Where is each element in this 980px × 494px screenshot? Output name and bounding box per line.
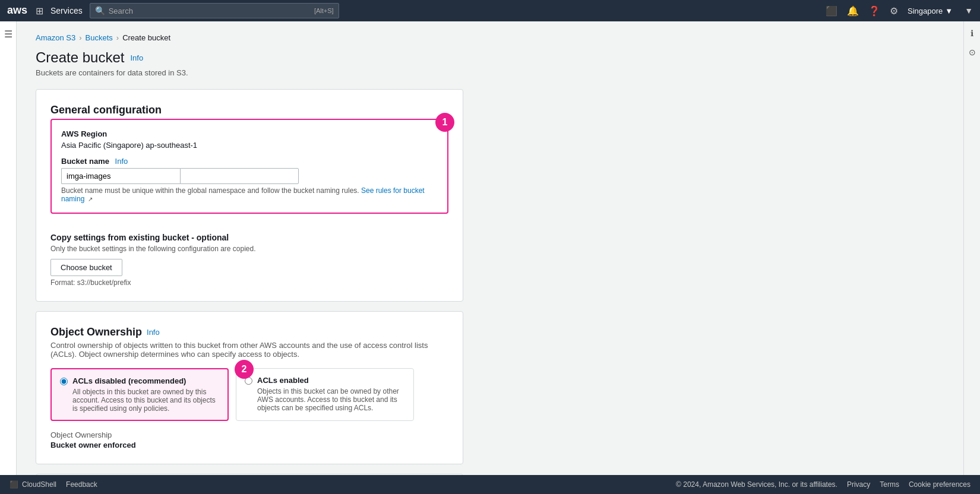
aws-logo[interactable]: aws [7,4,29,17]
acls-disabled-option[interactable]: ACLs disabled (recommended) All objects … [50,368,229,421]
region-selector[interactable]: Singapore ▼ [908,7,953,15]
terminal-icon[interactable]: ⬛ [826,5,837,17]
copy-settings-section: Copy settings from existing bucket - opt… [50,233,448,287]
aws-region-value: Asia Pacific (Singapore) ap-southeast-1 [61,141,438,150]
copy-settings-title: Copy settings from existing bucket - opt… [50,233,448,242]
ownership-result-value: Bucket owner enforced [50,441,448,449]
bell-icon[interactable]: 🔔 [847,5,859,17]
block-public-access-card: Block Public Access settings for this bu… [36,474,463,475]
footer: ⬛ CloudShell Feedback © 2024, Amazon Web… [0,475,980,494]
feedback-link[interactable]: Feedback [66,480,97,489]
object-ownership-title: Object Ownership Info [50,326,448,338]
breadcrumb-sep-1: › [79,33,81,42]
search-input[interactable] [109,7,312,15]
ownership-description: Control ownership of objects written to … [50,341,448,359]
region-label: Singapore [908,7,943,15]
bucket-name-input-row [61,168,438,184]
aws-region-label: AWS Region [61,129,438,138]
step-2-badge: 2 [235,360,254,379]
format-hint: Format: s3://bucket/prefix [50,278,448,287]
settings-panel-icon[interactable]: ⊙ [969,48,976,57]
page-title: Create bucket [36,49,124,66]
breadcrumb-sep-2: › [116,33,119,42]
breadcrumb-s3[interactable]: Amazon S3 [36,33,75,42]
page-subtitle: Buckets are containers for data stored i… [36,68,944,77]
info-panel-icon[interactable]: ℹ [970,28,973,38]
step-1-badge: 1 [435,113,454,132]
acls-disabled-radio[interactable] [60,378,68,385]
nav-right: ⬛ 🔔 ❓ ⚙ Singapore ▼ ▼ [826,5,973,17]
bucket-name-label: Bucket name Info [61,157,438,166]
acls-enabled-desc: Objects in this bucket can be owned by o… [257,387,405,412]
ownership-result: Object Ownership Bucket owner enforced [50,430,448,449]
expand-icon[interactable]: ▼ [965,6,973,15]
top-navigation: aws ⊞ Services 🔍 [Alt+S] ⬛ 🔔 ❓ ⚙ Singapo… [0,0,980,21]
choose-bucket-button[interactable]: Choose bucket [50,259,122,276]
bucket-name-suffix-input[interactable] [180,168,299,184]
main-content: Amazon S3 › Buckets › Create bucket Crea… [17,21,963,475]
right-panel: ℹ ⊙ [963,21,980,475]
page-info-link[interactable]: Info [130,53,143,62]
page-title-row: Create bucket Info [36,49,944,66]
object-ownership-card: Object Ownership Info Control ownership … [36,311,463,464]
acls-enabled-title: ACLs enabled [257,376,405,385]
ownership-result-label: Object Ownership [50,430,448,439]
general-config-section-box: AWS Region Asia Pacific (Singapore) ap-s… [50,119,448,214]
terminal-icon: ⬛ [10,480,18,489]
external-link-icon: ↗ [88,196,93,202]
grid-icon[interactable]: ⊞ [36,5,43,17]
sidebar-toggle: ☰ [0,21,17,475]
search-bar: 🔍 [Alt+S] [90,3,339,18]
help-icon[interactable]: ❓ [868,5,880,17]
search-shortcut: [Alt+S] [314,7,334,14]
footer-right: © 2024, Amazon Web Services, Inc. or its… [676,480,970,489]
breadcrumb-buckets[interactable]: Buckets [86,33,113,42]
hamburger-icon[interactable]: ☰ [4,28,12,40]
search-icon: 🔍 [95,6,105,15]
general-config-wrapper: 1 AWS Region Asia Pacific (Singapore) ap… [50,119,448,223]
copy-settings-subtitle: Only the bucket settings in the followin… [50,245,448,253]
bucket-name-help-text: Bucket name must be unique within the gl… [61,186,438,203]
services-link[interactable]: Services [50,6,83,15]
acls-disabled-desc: All objects in this bucket are owned by … [72,388,219,413]
cloudshell-button[interactable]: ⬛ CloudShell [10,480,56,489]
terms-link[interactable]: Terms [880,480,899,489]
footer-left: ⬛ CloudShell Feedback [10,480,97,489]
region-chevron: ▼ [945,7,953,15]
general-config-title: General configuration [50,104,448,116]
settings-icon[interactable]: ⚙ [890,5,898,17]
privacy-link[interactable]: Privacy [847,480,870,489]
ownership-options: 2 ACLs disabled (recommended) All object… [50,368,448,421]
breadcrumb-current: Create bucket [122,33,170,42]
breadcrumb: Amazon S3 › Buckets › Create bucket [36,33,944,42]
object-ownership-info-link[interactable]: Info [147,328,160,337]
bucket-name-input[interactable] [61,168,180,184]
bucket-name-info-link[interactable]: Info [115,157,128,166]
acls-disabled-title: ACLs disabled (recommended) [72,376,219,385]
acls-enabled-option[interactable]: ACLs enabled Objects in this bucket can … [236,368,414,421]
general-config-card: General configuration 1 AWS Region Asia … [36,89,463,302]
cookies-link[interactable]: Cookie preferences [909,480,970,489]
copyright-text: © 2024, Amazon Web Services, Inc. or its… [676,480,837,489]
svg-text:aws: aws [7,4,27,16]
